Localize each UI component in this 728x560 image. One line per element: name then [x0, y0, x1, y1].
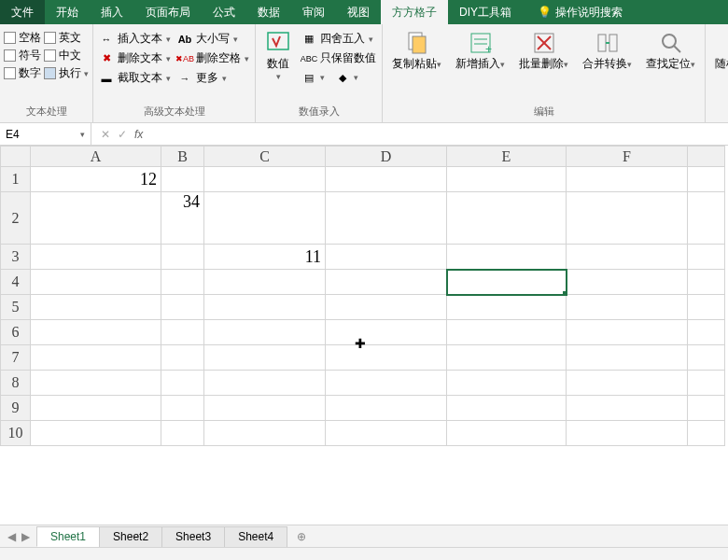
cell-edge-7[interactable]: [688, 345, 725, 371]
cell-E1[interactable]: [447, 167, 567, 192]
tab-view[interactable]: 视图: [336, 0, 381, 24]
cell-C3[interactable]: 11: [204, 245, 326, 270]
cell-edge-10[interactable]: [688, 421, 725, 446]
btn-batch-del[interactable]: 批量删除▾: [513, 26, 574, 75]
tab-insert[interactable]: 插入: [90, 0, 134, 24]
cell-edge-6[interactable]: [688, 320, 725, 345]
sheet-tab-sheet2[interactable]: Sheet2: [99, 526, 162, 547]
cell-edge-9[interactable]: [688, 396, 725, 421]
col-header-B[interactable]: B: [161, 147, 204, 167]
cell-A9[interactable]: [31, 396, 161, 421]
cell-C4[interactable]: [204, 270, 326, 295]
col-header-E[interactable]: E: [447, 147, 567, 167]
cell-F6[interactable]: [567, 320, 688, 345]
name-box-dropdown-icon[interactable]: ▾: [80, 130, 85, 139]
cell-E10[interactable]: [447, 421, 567, 446]
cell-E6[interactable]: [447, 320, 567, 345]
tab-start[interactable]: 开始: [45, 0, 90, 24]
sheet-nav-prev-icon[interactable]: ◀: [7, 530, 16, 543]
row-header-8[interactable]: 8: [1, 371, 31, 396]
cell-A8[interactable]: [31, 371, 161, 396]
cell-edge-2[interactable]: [688, 192, 725, 245]
sheet-tab-sheet4[interactable]: Sheet4: [224, 526, 287, 547]
row-header-7[interactable]: 7: [1, 345, 31, 371]
col-header-C[interactable]: C: [204, 147, 326, 167]
cell-A7[interactable]: [31, 345, 161, 371]
cell-E2[interactable]: [447, 192, 567, 245]
cell-D1[interactable]: [326, 167, 447, 192]
row-header-1[interactable]: 1: [1, 167, 31, 192]
cell-C5[interactable]: [204, 295, 326, 320]
cell-B3[interactable]: [161, 245, 204, 270]
sheet-tab-sheet3[interactable]: Sheet3: [161, 526, 225, 547]
cell-F2[interactable]: [567, 192, 688, 245]
row-header-9[interactable]: 9: [1, 396, 31, 421]
btn-keep-num[interactable]: ABC只保留数值: [300, 49, 378, 67]
cell-B5[interactable]: [161, 295, 204, 320]
cell-D2[interactable]: [326, 192, 447, 245]
cell-D4[interactable]: [326, 270, 447, 295]
cell-A6[interactable]: [31, 320, 161, 345]
name-box[interactable]: E4 ▾: [0, 123, 91, 145]
cell-D10[interactable]: [326, 421, 447, 446]
cell-F8[interactable]: [567, 371, 688, 396]
cell-F4[interactable]: [567, 270, 688, 295]
cell-E3[interactable]: [447, 245, 567, 270]
row-header-3[interactable]: 3: [1, 245, 31, 270]
cell-edge-3[interactable]: [688, 245, 725, 270]
accept-formula-icon[interactable]: ✓: [118, 128, 127, 141]
cell-A5[interactable]: [31, 295, 161, 320]
btn-merge-conv[interactable]: 合并转换▾: [577, 26, 637, 75]
add-sheet-button[interactable]: ⊕: [287, 530, 315, 543]
cell-B10[interactable]: [161, 421, 204, 446]
cell-D8[interactable]: [326, 371, 447, 396]
cancel-formula-icon[interactable]: ✕: [101, 128, 110, 141]
cell-B7[interactable]: [161, 345, 204, 371]
cell-edge-4[interactable]: [688, 270, 725, 295]
cell-C10[interactable]: [204, 421, 326, 446]
tab-review[interactable]: 审阅: [291, 0, 336, 24]
select-all-corner[interactable]: [1, 147, 31, 167]
col-header-A[interactable]: A: [31, 147, 161, 167]
cell-A1[interactable]: 12: [31, 167, 161, 192]
tab-page-layout[interactable]: 页面布局: [134, 0, 202, 24]
cell-F3[interactable]: [567, 245, 688, 270]
cell-C7[interactable]: [204, 345, 326, 371]
tell-me-search[interactable]: 💡 操作说明搜索: [530, 0, 630, 24]
row-header-10[interactable]: 10: [1, 421, 31, 446]
cell-C2[interactable]: [204, 192, 326, 245]
btn-misc[interactable]: ▤▾ ◆▾: [300, 69, 378, 86]
tab-data[interactable]: 数据: [246, 0, 291, 24]
chk-chinese[interactable]: 中文: [44, 48, 89, 63]
btn-insert-text[interactable]: ↔插入文本▾: [97, 30, 173, 48]
btn-round[interactable]: ▦四舍五入▾: [300, 30, 378, 48]
cell-E4[interactable]: [447, 270, 567, 295]
btn-cut-text[interactable]: ▬截取文本▾: [97, 69, 173, 87]
cell-D6[interactable]: [326, 320, 447, 345]
cell-E7[interactable]: [447, 345, 567, 371]
tab-formula[interactable]: 公式: [202, 0, 246, 24]
btn-del-space[interactable]: ✖AB删除空格▾: [175, 49, 251, 67]
cell-E5[interactable]: [447, 295, 567, 320]
chk-space[interactable]: 空格: [4, 30, 41, 46]
fx-icon[interactable]: fx: [134, 128, 143, 141]
cell-A10[interactable]: [31, 421, 161, 446]
cell-B2[interactable]: 34: [161, 192, 204, 245]
row-header-4[interactable]: 4: [1, 270, 31, 295]
cell-A4[interactable]: [31, 270, 161, 295]
chk-number[interactable]: 数字: [4, 65, 41, 81]
row-header-2[interactable]: 2: [1, 192, 31, 245]
cell-edge-5[interactable]: [688, 295, 725, 320]
cell-edge-1[interactable]: [688, 167, 725, 192]
cell-E9[interactable]: [447, 396, 567, 421]
col-header-F[interactable]: F: [567, 147, 688, 167]
sheet-tab-sheet1[interactable]: Sheet1: [36, 526, 100, 547]
btn-new-insert[interactable]: +新增插入▾: [450, 26, 511, 75]
cell-F9[interactable]: [567, 396, 688, 421]
cell-D5[interactable]: [326, 295, 447, 320]
cell-D3[interactable]: [326, 245, 447, 270]
cell-C1[interactable]: [204, 167, 326, 192]
cell-F1[interactable]: [567, 167, 688, 192]
btn-num-value[interactable]: 数值▾: [259, 26, 297, 87]
chk-english[interactable]: 英文: [44, 30, 89, 46]
